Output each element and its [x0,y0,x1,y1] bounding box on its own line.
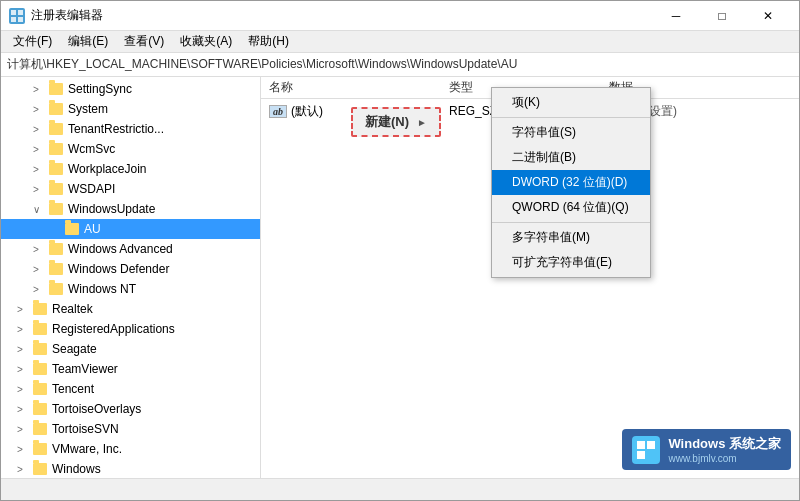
minimize-button[interactable]: ─ [653,1,699,31]
submenu-item-binary[interactable]: 二进制值(B) [492,145,650,170]
tree-arrow: > [17,324,33,335]
folder-icon [33,422,49,436]
tree-item-windows-advanced[interactable]: > Windows Advanced [1,239,260,259]
tree-item-windows-defender[interactable]: > Windows Defender [1,259,260,279]
watermark-icon [632,436,660,464]
menu-file[interactable]: 文件(F) [5,31,60,52]
window-title: 注册表编辑器 [31,7,653,24]
menu-favorites[interactable]: 收藏夹(A) [172,31,240,52]
tree-item-tortoisesvn[interactable]: > TortoiseSVN [1,419,260,439]
svg-rect-5 [647,441,655,449]
submenu-item-key[interactable]: 项(K) [492,90,650,115]
submenu-item-multistring[interactable]: 多字符串值(M) [492,225,650,250]
svg-rect-2 [11,17,16,22]
new-menu-trigger[interactable]: 新建(N) ► [351,107,441,137]
tree-item-au[interactable]: AU [1,219,260,239]
tree-arrow: > [17,444,33,455]
tree-item-wsdapi[interactable]: > WSDAPI [1,179,260,199]
folder-icon [49,162,65,176]
tree-label: Windows [52,462,101,476]
new-submenu: 项(K) 字符串值(S) 二进制值(B) DWORD (32 位值)(D) QW… [491,87,651,278]
tree-label: RegisteredApplications [52,322,175,336]
tree-pane[interactable]: > SettingSync > System > TenantRestricti… [1,77,261,478]
tree-item-system[interactable]: > System [1,99,260,119]
folder-icon [49,282,65,296]
tree-label: SettingSync [68,82,132,96]
folder-icon [49,102,65,116]
tree-arrow: > [17,384,33,395]
submenu-item-dword[interactable]: DWORD (32 位值)(D) [492,170,650,195]
folder-icon [49,142,65,156]
app-icon [9,8,25,24]
tree-label: AU [84,222,101,236]
tree-item-workplacejoin[interactable]: > WorkplaceJoin [1,159,260,179]
tree-item-windows-nt[interactable]: > Windows NT [1,279,260,299]
folder-icon [33,462,49,476]
submenu-arrow-icon: ► [417,117,427,128]
folder-icon [49,262,65,276]
tree-arrow: > [33,104,49,115]
tree-arrow: ∨ [33,204,49,215]
address-bar: 计算机\HKEY_LOCAL_MACHINE\SOFTWARE\Policies… [1,53,799,77]
tree-label: WcmSvc [68,142,115,156]
watermark-url: www.bjmlv.com [668,453,781,464]
tree-item-realtek[interactable]: > Realtek [1,299,260,319]
tree-label: Windows NT [68,282,136,296]
folder-icon [33,442,49,456]
folder-icon [49,242,65,256]
menu-help[interactable]: 帮助(H) [240,31,297,52]
folder-icon [33,382,49,396]
folder-icon [33,342,49,356]
tree-item-wcmsvc[interactable]: > WcmSvc [1,139,260,159]
tree-arrow: > [33,244,49,255]
submenu-item-expandstring[interactable]: 可扩充字符串值(E) [492,250,650,275]
svg-rect-6 [637,451,645,459]
tree-item-windows[interactable]: > Windows [1,459,260,478]
svg-rect-3 [18,17,23,22]
watermark-text-area: Windows 系统之家 www.bjmlv.com [668,435,781,464]
tree-arrow: > [33,124,49,135]
tree-label: TenantRestrictio... [68,122,164,136]
tree-arrow: > [33,164,49,175]
folder-icon [49,122,65,136]
tree-label: Windows Defender [68,262,169,276]
tree-item-teamviewer[interactable]: > TeamViewer [1,359,260,379]
tree-arrow: > [33,264,49,275]
close-button[interactable]: ✕ [745,1,791,31]
tree-item-tortoiseoverlays[interactable]: > TortoiseOverlays [1,399,260,419]
menu-view[interactable]: 查看(V) [116,31,172,52]
tree-label: VMware, Inc. [52,442,122,456]
submenu-item-qword[interactable]: QWORD (64 位值)(Q) [492,195,650,220]
tree-item-settingsync[interactable]: > SettingSync [1,79,260,99]
main-area: > SettingSync > System > TenantRestricti… [1,77,799,478]
tree-item-registeredapps[interactable]: > RegisteredApplications [1,319,260,339]
tree-arrow: > [17,364,33,375]
svg-rect-4 [637,441,645,449]
tree-item-tenantrestriction[interactable]: > TenantRestrictio... [1,119,260,139]
tree-label: TortoiseSVN [52,422,119,436]
new-menu-label: 新建(N) [365,113,409,131]
submenu-item-string[interactable]: 字符串值(S) [492,120,650,145]
tree-arrow: > [17,464,33,475]
tree-item-vmware[interactable]: > VMware, Inc. [1,439,260,459]
folder-icon [33,302,49,316]
context-menu-area: 新建(N) ► 项(K) 字符串值(S) 二进制值(B) DWORD (32 位… [261,77,799,478]
submenu-divider-2 [492,222,650,223]
maximize-button[interactable]: □ [699,1,745,31]
tree-arrow: > [33,144,49,155]
folder-icon [65,222,81,236]
svg-rect-7 [647,451,655,459]
tree-arrow: > [17,424,33,435]
tree-item-seagate[interactable]: > Seagate [1,339,260,359]
window-controls: ─ □ ✕ [653,1,791,31]
regedit-window: 注册表编辑器 ─ □ ✕ 文件(F) 编辑(E) 查看(V) 收藏夹(A) 帮助… [0,0,800,501]
tree-label: TortoiseOverlays [52,402,141,416]
tree-label: Seagate [52,342,97,356]
right-pane: 名称 类型 数据 ab (默认) REG_SZ (数值未设置) 新建(N [261,77,799,478]
tree-item-windowsupdate[interactable]: ∨ WindowsUpdate [1,199,260,219]
svg-rect-0 [11,10,16,15]
tree-label: Realtek [52,302,93,316]
menu-edit[interactable]: 编辑(E) [60,31,116,52]
tree-item-tencent[interactable]: > Tencent [1,379,260,399]
address-path[interactable]: 计算机\HKEY_LOCAL_MACHINE\SOFTWARE\Policies… [7,56,517,73]
